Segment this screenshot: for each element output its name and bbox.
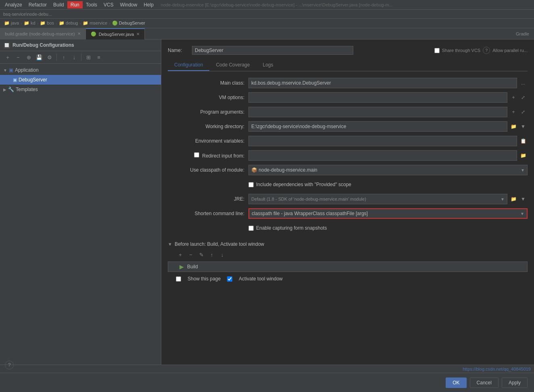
apply-button[interactable]: Apply bbox=[502, 377, 528, 388]
tree-application[interactable]: ▼ ▣ Application bbox=[0, 65, 161, 75]
before-launch-edit-btn[interactable]: ✎ bbox=[197, 250, 206, 259]
breadcrumb-bos[interactable]: 📁 bos bbox=[40, 21, 54, 26]
tree-debugserver[interactable]: ▣ DebugServer bbox=[0, 75, 161, 85]
move-down-btn[interactable]: ↓ bbox=[70, 53, 79, 62]
sort-btn[interactable]: ≡ bbox=[94, 53, 103, 62]
programargs-add-btn[interactable]: + bbox=[509, 108, 518, 116]
redirect-input[interactable] bbox=[248, 150, 517, 161]
jre-dropdown[interactable]: Default (1.8 - SDK of 'node-debug-mservi… bbox=[248, 194, 507, 204]
build-icon: ▶ bbox=[179, 263, 184, 270]
settings-config-btn[interactable]: ⚙ bbox=[45, 53, 54, 62]
workingdir-dropdown-btn[interactable]: ▼ bbox=[519, 122, 528, 131]
shorten-dropdown[interactable]: classpath file - java WrapperClass class… bbox=[248, 208, 528, 219]
before-launch-down-btn[interactable]: ↓ bbox=[218, 250, 227, 259]
vmoptions-actions: + ⤢ bbox=[509, 93, 528, 102]
menu-analyze[interactable]: Analyze bbox=[2, 1, 25, 8]
programargs-actions: + ⤢ bbox=[509, 108, 528, 116]
mainclass-browse-btn[interactable]: ... bbox=[519, 79, 528, 87]
envvars-input[interactable] bbox=[248, 136, 517, 146]
jre-folder-btn[interactable]: 📁 bbox=[509, 195, 518, 203]
save-config-btn[interactable]: 💾 bbox=[35, 53, 44, 62]
capturing-checkbox[interactable] bbox=[248, 226, 254, 231]
add-config-btn[interactable]: + bbox=[3, 53, 12, 62]
name-input[interactable] bbox=[192, 46, 353, 55]
menu-run[interactable]: Run bbox=[67, 1, 83, 8]
before-launch-toggle[interactable]: ▼ bbox=[168, 242, 172, 247]
cancel-button[interactable]: Cancel bbox=[470, 377, 499, 388]
programargs-input[interactable] bbox=[248, 107, 507, 117]
share-vcs-help-icon[interactable]: ? bbox=[483, 47, 490, 54]
jre-label: JRE: bbox=[168, 196, 248, 202]
vmoptions-expand-btn[interactable]: ⤢ bbox=[519, 93, 528, 102]
tab-logs[interactable]: Logs bbox=[256, 60, 280, 71]
workingdir-folder-btn[interactable]: 📁 bbox=[509, 122, 518, 131]
show-this-page-label: Show this page bbox=[188, 276, 221, 282]
menu-vcs[interactable]: VCS bbox=[100, 1, 117, 8]
redirect-label: Redirect input from: bbox=[168, 152, 248, 159]
breadcrumb-kd[interactable]: 📁 kd bbox=[24, 21, 35, 26]
menu-help[interactable]: Help bbox=[140, 1, 157, 8]
tab-debugserver-close[interactable]: ✕ bbox=[136, 32, 140, 36]
group-btn[interactable]: ⊞ bbox=[84, 53, 93, 62]
breadcrumb-java[interactable]: 📁 java bbox=[4, 21, 19, 26]
bottom-checkboxes: Show this page Activate tool window bbox=[168, 276, 528, 282]
envvars-edit-btn[interactable]: 📋 bbox=[519, 137, 528, 145]
tab-configuration[interactable]: Configuration bbox=[168, 60, 209, 71]
templates-icon: 🔧 bbox=[8, 87, 14, 92]
tab-code-coverage[interactable]: Code Coverage bbox=[209, 60, 256, 71]
before-launch-add-btn[interactable]: + bbox=[176, 250, 185, 259]
before-launch-title: Before launch: Build, Activate tool wind… bbox=[175, 241, 264, 247]
vmoptions-add-btn[interactable]: + bbox=[509, 93, 518, 102]
form-row-capturing: Enable capturing form snapshots bbox=[248, 223, 528, 233]
tree-templates[interactable]: ▶ 🔧 Templates bbox=[0, 85, 161, 94]
share-vcs-label: Share through VCS bbox=[442, 48, 480, 53]
move-up-btn[interactable]: ↑ bbox=[59, 53, 68, 62]
capturing-label: Enable capturing form snapshots bbox=[256, 225, 327, 231]
menu-build[interactable]: Build bbox=[50, 1, 67, 8]
remove-config-btn[interactable]: − bbox=[14, 53, 23, 62]
form-row-workingdir: Working directory: E:\zgcr\debug-service… bbox=[168, 121, 528, 132]
menu-window[interactable]: Window bbox=[117, 1, 140, 8]
tab-build-gradle-close[interactable]: ✕ bbox=[77, 31, 81, 36]
before-launch-remove-btn[interactable]: − bbox=[186, 250, 195, 259]
show-this-page-checkbox[interactable] bbox=[176, 276, 181, 282]
before-launch-up-btn[interactable]: ↑ bbox=[207, 250, 216, 259]
share-vcs-checkbox[interactable] bbox=[434, 48, 440, 53]
form-row-classpath: Use classpath of module: 📦 node-debug-ms… bbox=[168, 165, 528, 175]
form-row-shorten: Shorten command line: classpath file - j… bbox=[168, 208, 528, 219]
vmoptions-input[interactable] bbox=[248, 92, 507, 103]
config-tabs: Configuration Code Coverage Logs bbox=[168, 60, 528, 71]
tab-build-gradle[interactable]: build.gradle (node-debug-mservice) ✕ bbox=[0, 28, 86, 39]
programargs-expand-btn[interactable]: ⤢ bbox=[519, 108, 528, 116]
workingdir-label: Working directory: bbox=[168, 124, 248, 129]
menu-refactor[interactable]: Refactor bbox=[25, 1, 50, 8]
include-deps-checkbox[interactable] bbox=[248, 182, 254, 187]
redirect-checkbox[interactable] bbox=[194, 152, 199, 158]
config-toolbar: + − ⊕ 💾 ⚙ ↑ ↓ ⊞ ≡ bbox=[0, 51, 161, 64]
jre-dropdown-btn[interactable]: ▼ bbox=[519, 195, 528, 203]
build-label: Build bbox=[187, 264, 198, 270]
title-bar: bsq-service\node-debu... bbox=[0, 10, 534, 19]
breadcrumb-debugserver[interactable]: 🟢 DebugServer bbox=[112, 21, 145, 26]
breadcrumb-mservice[interactable]: 📁 mservice bbox=[83, 21, 107, 26]
menu-tools[interactable]: Tools bbox=[83, 1, 100, 8]
ok-button[interactable]: OK bbox=[446, 377, 466, 388]
redirect-folder-btn[interactable]: 📁 bbox=[519, 151, 528, 160]
gradle-panel: Gradle bbox=[511, 31, 534, 36]
window-title: node-debug-mservice [E:\zgcr\debug-servi… bbox=[161, 2, 393, 7]
copy-config-btn[interactable]: ⊕ bbox=[24, 53, 33, 62]
form-row-jre: JRE: Default (1.8 - SDK of 'node-debug-m… bbox=[168, 194, 528, 204]
path-text: bsq-service\node-debu... bbox=[3, 12, 52, 17]
activate-tool-window-checkbox[interactable] bbox=[227, 276, 232, 282]
tab-debugserver[interactable]: 🟢 DebugServer.java ✕ bbox=[86, 28, 145, 39]
status-url: https://blog.csdn.net/qq_40845019 bbox=[463, 367, 531, 371]
main-layout: 🔲 Run/Debug Configurations + − ⊕ 💾 ⚙ ↑ ↓… bbox=[0, 39, 534, 392]
tab-debugserver-label: DebugServer.java bbox=[99, 32, 134, 37]
classpath-dropdown[interactable]: 📦 node-debug-mservice.main ▼ bbox=[248, 165, 528, 175]
mainclass-value: kd.bos.debug.mservice.DebugServer bbox=[251, 80, 514, 86]
breadcrumb-debug[interactable]: 📁 debug bbox=[59, 21, 78, 26]
workingdir-value: E:\zgcr\debug-service\node-debug-mservic… bbox=[251, 124, 505, 129]
debugserver-label: DebugServer bbox=[19, 77, 47, 83]
bottom-bar: OK Cancel Apply bbox=[0, 373, 534, 392]
help-button[interactable]: ? bbox=[5, 361, 14, 369]
